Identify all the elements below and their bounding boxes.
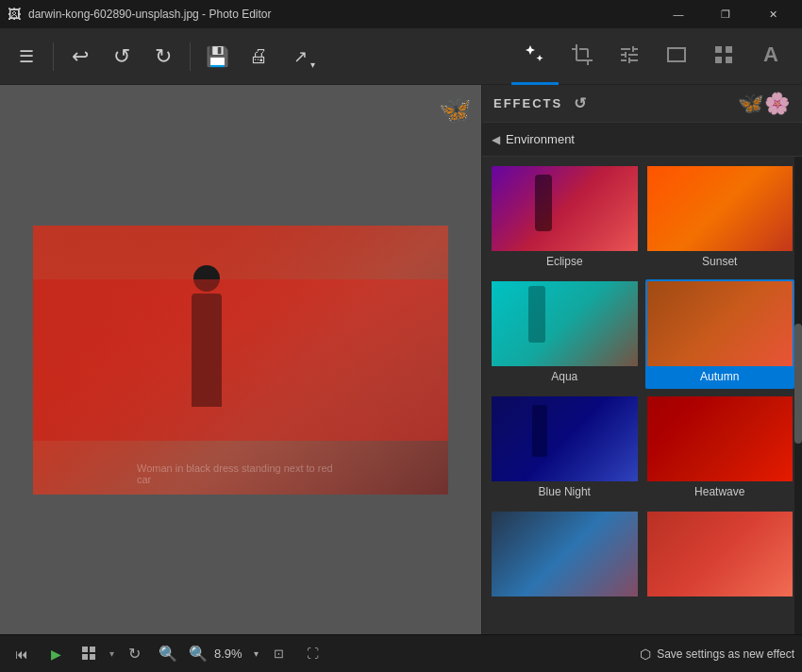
adjust-icon [618,43,641,66]
effect-extra2-thumb [647,512,794,596]
svg-rect-2 [82,654,88,660]
effect-extra1-thumb [492,512,638,596]
menu-button[interactable]: ☰ [8,38,45,76]
minimize-button[interactable]: — [657,0,700,28]
mosaic-icon [712,43,735,66]
close-button[interactable]: ✕ [751,0,794,28]
restore-button[interactable]: ❐ [704,0,747,28]
effect-bluenight-label: Blue Night [492,481,638,502]
separator-1 [53,42,54,71]
window-title: darwin-kong-602890-unsplash.jpg - Photo … [28,8,272,21]
zoom-out-button[interactable]: 🔍 [154,640,182,668]
main-photo: Woman in black dress standing next to re… [33,226,448,495]
tab-mosaic[interactable] [700,28,747,85]
scrollbar-thumb[interactable] [794,324,802,444]
zoom-display: 🔍 🔍 8.9% ▾ [154,640,259,668]
zoom-in-button[interactable]: 🔍 [184,640,212,668]
effects-reset-icon[interactable]: ↺ [574,94,587,112]
rotate-button[interactable]: ↻ [120,640,148,668]
undo-button[interactable]: ↩ [61,38,99,76]
window-controls: — ❐ ✕ [657,0,794,28]
tab-adjust[interactable] [606,28,653,85]
play-button[interactable]: ▶ [42,640,70,668]
canvas-controls: ⏮ ▶ ▾ ↻ 🔍 🔍 8.9% ▾ ⊡ ⛶ [8,640,634,668]
effect-extra2-label [647,596,794,604]
effects-scroll[interactable]: Eclipse Sunset [482,157,802,634]
effect-heatwave-thumb [647,396,794,481]
svg-rect-1 [90,647,95,652]
effect-aqua[interactable]: Aqua [490,279,640,389]
effect-heatwave-label: Heatwave [647,481,794,502]
effect-eclipse-thumb [492,166,638,251]
effect-extra1[interactable] [490,510,640,606]
butterfly-decoration: 🦋 [439,94,472,126]
zoom-dropdown-arrow[interactable]: ▾ [254,648,259,659]
effect-bluenight[interactable]: Blue Night [490,395,640,504]
status-bar: ⏮ ▶ ▾ ↻ 🔍 🔍 8.9% ▾ ⊡ ⛶ ⬡ Save settings a… [0,634,802,672]
main-toolbar: ☰ ↩ ↺ ↻ 💾 🖨 ↗▾ [0,28,802,85]
tab-frame[interactable] [653,28,700,85]
panel-tab-group: A [511,28,794,85]
fit-button[interactable]: ⊡ [264,640,292,668]
zoom-value: 8.9% [214,647,252,661]
first-frame-button[interactable]: ⏮ [8,640,36,668]
effect-extra2[interactable] [645,510,795,606]
undo2-button[interactable]: ↺ [103,38,141,76]
collapse-arrow: ◀ [492,133,500,146]
save-effect-icon: ⬡ [640,647,651,662]
effect-aqua-label: Aqua [492,366,638,387]
save-effect-label: Save settings as new effect [657,647,794,661]
category-label: Environment [506,132,575,146]
effects-icon [524,43,546,66]
frame-icon [665,43,688,66]
effects-label: EFFECTS [493,96,562,110]
effects-grid: Eclipse Sunset [490,164,794,606]
thumbnails-button[interactable] [75,640,104,668]
effect-sunset-label: Sunset [647,251,794,272]
effect-extra1-label [492,596,638,604]
effect-sunset[interactable]: Sunset [645,164,795,274]
text-icon: A [763,42,778,67]
right-panel: EFFECTS ↺ 🦋🌸 ◀ Environment [481,85,802,634]
effect-eclipse-label: Eclipse [492,251,638,272]
tab-crop[interactable] [559,28,606,85]
fullscreen-button[interactable]: ⛶ [298,640,326,668]
tab-text[interactable]: A [747,28,794,85]
canvas-area: 🦋 Woman in black dress standing next to … [0,85,481,634]
separator-2 [190,42,191,71]
redo-button[interactable]: ↻ [144,38,182,76]
save-button[interactable]: 💾 [198,38,236,76]
effect-bluenight-thumb [492,396,638,481]
scrollbar-track[interactable] [794,157,802,634]
category-header[interactable]: ◀ Environment [482,123,802,157]
effect-sunset-thumb [647,166,794,251]
effect-heatwave[interactable]: Heatwave [645,395,795,504]
panel-butterfly: 🦋🌸 [738,92,791,116]
effect-eclipse[interactable]: Eclipse [490,164,640,274]
thumb-dropdown[interactable]: ▾ [109,648,114,659]
effect-autumn-label: Autumn [647,366,794,387]
effect-autumn-thumb [647,281,794,366]
svg-rect-0 [82,647,88,652]
svg-rect-3 [90,654,95,660]
tab-effects[interactable] [511,28,559,85]
effect-aqua-thumb [492,281,638,366]
effects-header: EFFECTS ↺ 🦋🌸 [482,85,802,123]
workspace: 🦋 Woman in black dress standing next to … [0,85,802,634]
crop-icon [571,43,593,66]
app-icon: 🖼 [8,7,21,22]
print-button[interactable]: 🖨 [240,38,277,76]
share-button[interactable]: ↗▾ [281,38,319,76]
effect-autumn[interactable]: Autumn [645,279,795,389]
save-effect-area[interactable]: ⬡ Save settings as new effect [640,647,794,662]
titlebar: 🖼 darwin-kong-602890-unsplash.jpg - Phot… [0,0,802,28]
